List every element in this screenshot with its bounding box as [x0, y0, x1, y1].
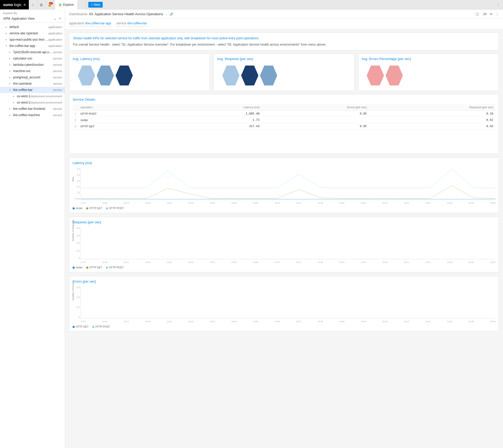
caret-icon: ▸	[13, 95, 16, 98]
hex-cell[interactable]	[386, 66, 403, 85]
table-row[interactable]: 2/order1.730.02	[73, 117, 495, 123]
dashboard-header: Dashboards 03. Application Service Healt…	[65, 9, 503, 19]
link-icon[interactable]: 🔗	[170, 12, 173, 16]
tree-type: service	[53, 76, 62, 79]
sidebar-item-postgresql-account[interactable]: ▸postgresql_accountservice	[0, 74, 65, 80]
requests-chart[interactable]: Number of Requests 0.40.30.20.10 17:5718…	[80, 227, 495, 263]
chevron-down-icon: ⌄	[54, 17, 56, 20]
tree-label: the-coffee-bar	[13, 88, 53, 92]
filter-icon[interactable]: ▼	[58, 17, 62, 20]
description-panel: Shows health KPIs for selected service f…	[69, 33, 499, 50]
legend-item[interactable]: /order	[73, 207, 83, 210]
caret-icon: ▸	[6, 32, 8, 35]
legend-item[interactable]: HTTP GET	[73, 325, 89, 328]
errors-chart[interactable]: Number of Errors 0.30.20.10 17:5718:0618…	[80, 286, 495, 323]
sidebar-item-lambda-cakesfunction[interactable]: ▸lambda-cakesfunctionservice	[0, 62, 65, 68]
tree-label: the-coffee-machine	[13, 113, 53, 117]
table-row[interactable]: 3HTTP GET317.430.050.03	[73, 123, 495, 129]
tree-label: postgresql_account	[13, 75, 53, 79]
legend-item[interactable]: HTTP POST	[92, 325, 110, 328]
sidebar-item-us-west-2[interactable]: ▸us-west-2deployment.environment	[0, 99, 65, 106]
caret-icon: ▸	[13, 101, 16, 104]
caret-icon: ▸	[9, 70, 12, 72]
kebab-icon[interactable]: ⋮	[496, 12, 499, 16]
page-title: 03. Application Service Health Across Op…	[89, 12, 163, 16]
kpi-panel: Avg. Requests [per sec]	[214, 53, 354, 91]
latency-chart[interactable]: Time 5 s4 s3 s2 s1 s0 ms 17:5718:0618:15…	[80, 168, 495, 204]
chevron-down-icon[interactable]: ⌄	[165, 12, 167, 16]
tab-empty[interactable]	[78, 0, 86, 9]
bell-badge: 17	[49, 2, 53, 4]
table-row[interactable]: 1HTTP POST1,885.480.050.10	[73, 111, 495, 117]
errors-chart-panel: Errors [per sec] Number of Errors 0.30.2…	[69, 276, 499, 332]
new-button[interactable]: +New	[88, 2, 103, 8]
sidebar-item-the-cashdesk[interactable]: ▸the-cashdeskservice	[0, 80, 65, 87]
sidebar-item-machine-svc[interactable]: ▸machine-svcservice	[0, 68, 65, 74]
filters-bar: applicationthe-coffee-bar-appservicethe-…	[65, 19, 503, 29]
sidebar-item-the-coffee-machine[interactable]: ▸the-coffee-machineservice	[0, 112, 65, 118]
hex-cell[interactable]	[78, 66, 95, 85]
tree-type: service	[53, 107, 62, 110]
filter-application[interactable]: applicationthe-coffee-bar-app	[69, 21, 111, 26]
tree-type: service	[53, 114, 62, 117]
sidebar-item-default[interactable]: ▸defaultapplication	[0, 24, 65, 30]
home-icon[interactable]: ⌂	[29, 0, 37, 9]
clock-icon: 🕓	[475, 12, 479, 16]
hex-cell[interactable]	[222, 66, 239, 85]
logo: sumo logic ≡	[0, 0, 29, 9]
tree-label: the-coffee-bar-frontend	[13, 107, 53, 111]
sidebar-item-the-coffee-bar-frontend[interactable]: ▸the-coffee-bar-frontendservice	[0, 106, 65, 112]
sidebar-item-calculator-svc[interactable]: ▸calculator-svcservice	[0, 55, 65, 62]
caret-icon: ▸	[9, 76, 12, 79]
kpi-title: Avg. Latency [ms]	[73, 57, 206, 61]
hex-cell[interactable]	[241, 66, 258, 85]
folder-icon[interactable]: ▥	[37, 0, 46, 9]
tree-label: us-west-2	[17, 101, 31, 104]
hex-cell[interactable]	[260, 66, 277, 85]
sidebar: Explore By APM: Application View ⌄▼ ▸def…	[0, 9, 65, 448]
latency-chart-panel: Latency [ms] Time 5 s4 s3 s2 s1 s0 ms 17…	[69, 158, 499, 213]
requests-chart-panel: Requests [per sec] Number of Requests 0.…	[69, 217, 499, 272]
legend-item[interactable]: HTTP GET	[86, 207, 102, 210]
tree-label: service-abc-operator	[9, 31, 48, 35]
view-selector[interactable]: APM: Application View ⌄▼	[0, 16, 65, 23]
content: Dashboards 03. Application Service Healt…	[65, 9, 503, 448]
tree-label: calculator-svc	[13, 57, 53, 60]
tree-type: application	[48, 25, 62, 29]
sidebar-item-spa-react-public-poc-test-applicat-[interactable]: ▸spa-react-public-poc-test-applicat...ap…	[0, 36, 65, 43]
legend-item[interactable]: HTTP POST	[106, 266, 124, 269]
bell-icon[interactable]: 🔔17	[46, 0, 54, 9]
kpi-panel: Avg. Errors Percentage [per sec]	[358, 53, 499, 91]
caret-icon: ▸	[9, 57, 12, 60]
filter-service[interactable]: servicethe-coffee-bar	[116, 21, 147, 26]
hex-cell[interactable]	[116, 66, 133, 85]
sidebar-item-us-west-1[interactable]: ▸us-west-1deployment.environment	[0, 93, 65, 99]
description-sub: For overall Service Health - select "01.…	[73, 43, 495, 46]
legend-item[interactable]: /order	[73, 266, 83, 269]
tree-label: the-cashdesk	[13, 82, 53, 85]
breadcrumb[interactable]: Dashboards	[69, 12, 88, 16]
kpi-panel: Avg. Latency [ms]	[69, 53, 210, 91]
tree-type: deployment.environment	[31, 101, 62, 104]
hex-cell[interactable]	[367, 66, 384, 85]
legend-item[interactable]: HTTP GET	[86, 266, 102, 269]
tab-explore[interactable]: ▦Explore	[55, 0, 78, 9]
topbar: sumo logic ≡ ⌂ ▥ 🔔17 ▦Explore +New ⋮	[0, 0, 503, 9]
refresh-icon[interactable]: ⟳	[490, 12, 493, 16]
sidebar-item-the-coffee-bar[interactable]: ▾the-coffee-barservice	[0, 87, 65, 93]
tree-type: application	[48, 32, 62, 35]
caret-icon: ▸	[9, 51, 12, 53]
kpi-title: Avg. Requests [per sec]	[217, 57, 351, 61]
legend-item[interactable]: HTTP POST	[106, 207, 124, 210]
tree-label: spa-react-public-poc-test-applicat...	[9, 38, 48, 41]
more-menu-icon[interactable]: ⋮	[497, 3, 503, 7]
caret-icon: ▸	[9, 63, 12, 66]
hex-cell[interactable]	[97, 66, 114, 85]
tree-label: us-west-1	[17, 94, 31, 98]
sidebar-item-the-coffee-bar-app[interactable]: ▾the-coffee-bar-appapplication	[0, 43, 65, 49]
caret-icon: ▸	[6, 26, 8, 28]
plus-icon: +	[91, 3, 93, 7]
sidebar-item-7pxfz26o5h-execute-api-us-west-2-a-[interactable]: ▸7pxfz26o5h.execute-api.us-west-2.a...se…	[0, 49, 65, 55]
time-range[interactable]: -3h	[482, 12, 487, 16]
sidebar-item-service-abc-operator[interactable]: ▸service-abc-operatorapplication	[0, 30, 65, 36]
